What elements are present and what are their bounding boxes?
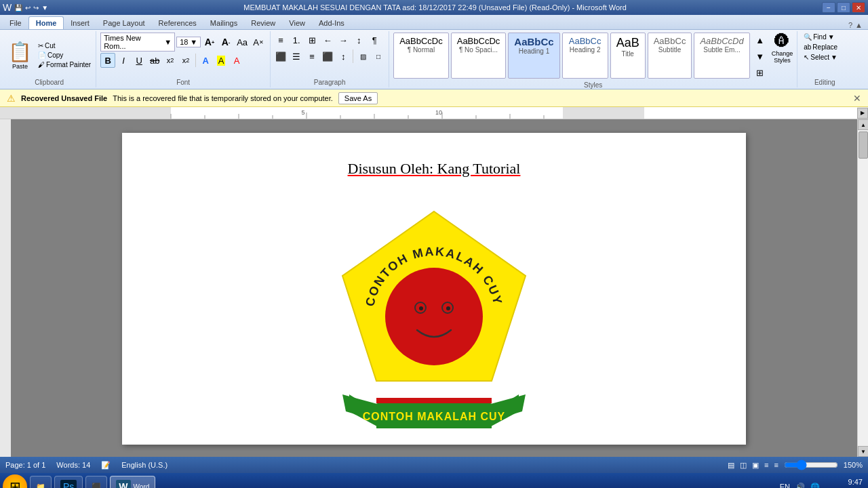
font-family-row: Times New Rom...▼ 18▼ A+ A- Aa A✕ [100,33,266,52]
quick-redo[interactable]: ↪ [33,4,39,12]
paragraph-row1: ≡ 1. ⊞ ← → ↕ ¶ [273,33,386,47]
tab-insert[interactable]: Insert [64,17,96,29]
quick-more[interactable]: ▼ [41,4,48,12]
find-button[interactable]: 🔍 Find ▼ [802,33,848,41]
styles-scroll-buttons: ▲ ▼ ⊞ [753,33,768,80]
paste-button[interactable]: 📋 Paste [5,39,35,71]
align-left-button[interactable]: ⬛ [273,49,288,64]
status-right: ▤ ◫ ▣ ≡ ≡ 150% [728,461,863,470]
scroll-down-button[interactable]: ▼ [858,446,868,457]
minimize-button[interactable]: − [822,2,835,13]
styles-scroll-down[interactable]: ▼ [753,49,768,64]
style-heading2[interactable]: AaBbCc Heading 2 [562,33,608,79]
style-no-spacing[interactable]: AaBbCcDc ¶ No Spaci... [451,33,507,79]
taskbar: ⊞ 📁 Ps ⬛ W Word EN 🔊 🌐 9:47 19/12/2017 [0,473,868,488]
strikethrough-button[interactable]: ab [147,53,162,68]
tab-references[interactable]: References [152,17,203,29]
tab-mailings[interactable]: Mailings [203,17,244,29]
styles-more[interactable]: ⊞ [753,65,768,80]
font-grow-button[interactable]: A+ [202,35,217,49]
app3-icon: ⬛ [92,483,101,489]
line-spacing-button[interactable]: ↕ [336,49,351,64]
italic-button[interactable]: I [116,53,131,68]
tab-view[interactable]: View [282,17,312,29]
font-color-button[interactable]: A [229,53,244,68]
border-button[interactable]: □ [371,49,386,64]
superscript-button[interactable]: x2 [178,53,193,68]
tab-addins[interactable]: Add-Ins [312,17,351,29]
start-button[interactable]: ⊞ [3,474,27,488]
view-normal-button[interactable]: ▤ [728,461,734,470]
tab-file[interactable]: File [3,17,28,29]
document-logo: CONTOH MAKALAH CUY [163,198,705,428]
style-normal[interactable]: AaBbCcDc ¶ Normal [393,33,449,79]
cut-button[interactable]: ✂ Cut [36,41,93,50]
font-clear-button[interactable]: A✕ [251,35,266,49]
scrollbar-vertical[interactable]: ▲ ▼ [857,119,868,457]
paragraph-row2: ⬛ ☰ ≡ ⬛ ↕ ▨ □ [273,49,386,64]
notification-close[interactable]: ✕ [853,93,861,104]
word-taskbar-label: Word [134,483,150,489]
view-outline-button[interactable]: ≡ [764,461,768,469]
font-size-selector[interactable]: 18▼ [176,37,201,47]
sort-button[interactable]: ↕ [351,33,366,47]
zoom-slider[interactable] [784,462,838,468]
ribbon-collapse[interactable]: ▲ [855,21,863,29]
taskbar-word[interactable]: W Word [110,476,155,488]
justify-button[interactable]: ⬛ [320,49,335,64]
copy-button[interactable]: 📄 Copy [36,51,93,60]
select-button[interactable]: ↖ Select ▼ [802,53,848,62]
bold-button[interactable]: B [100,53,115,68]
help-icon[interactable]: ? [848,21,852,29]
underline-button[interactable]: U [132,53,146,68]
taskbar-explorer[interactable]: 📁 [30,476,52,488]
ruler: 5 10 ▶ [0,107,868,119]
styles-scroll-up[interactable]: ▲ [753,33,768,47]
maximize-button[interactable]: □ [837,2,850,13]
multilevel-button[interactable]: ⊞ [304,33,319,47]
numbering-button[interactable]: 1. [289,33,304,47]
view-web-button[interactable]: ◫ [740,461,747,470]
ruler-scroll-right[interactable]: ▶ [857,108,868,119]
shading-button[interactable]: ▨ [355,49,370,64]
close-button[interactable]: ✕ [852,2,865,13]
quick-save[interactable]: 💾 [14,4,22,12]
tab-home[interactable]: Home [28,16,64,29]
text-effects-button[interactable]: A [198,53,213,68]
decrease-indent-button[interactable]: ← [320,33,335,47]
bullets-button[interactable]: ≡ [273,33,288,47]
replace-button[interactable]: ab Replace [802,43,848,52]
taskbar-photoshop[interactable]: Ps [54,476,83,488]
tab-page-layout[interactable]: Page Layout [96,17,152,29]
change-styles-label[interactable]: ChangeStyles [772,50,793,64]
document-page: Disusun Oleh: Kang Tutorial [122,133,746,445]
scroll-thumb[interactable] [859,131,868,159]
increase-indent-button[interactable]: → [336,33,351,47]
scroll-up-button[interactable]: ▲ [858,119,868,130]
font-family-selector[interactable]: Times New Rom...▼ [100,33,175,52]
align-right-button[interactable]: ≡ [304,49,319,64]
style-subtitle[interactable]: AaBbCc Subtitle [648,33,692,79]
highlight-button[interactable]: A [214,53,229,68]
align-center-button[interactable]: ☰ [289,49,304,64]
document-container: Disusun Oleh: Kang Tutorial [11,119,857,457]
show-marks-button[interactable]: ¶ [367,33,382,47]
save-as-button[interactable]: Save As [338,92,378,104]
font-case-button[interactable]: Aa [235,35,250,49]
style-title[interactable]: AaB Title [610,33,646,79]
style-subtle-em[interactable]: AaBbCcDd Subtle Em... [694,33,749,79]
find-icon: 🔍 [804,33,812,41]
tab-review[interactable]: Review [244,17,282,29]
subscript-button[interactable]: x2 [163,53,178,68]
view-print-button[interactable]: ▣ [752,461,759,470]
font-shrink-button[interactable]: A- [218,35,233,49]
format-painter-button[interactable]: 🖌 Format Painter [36,60,93,69]
lang-indicator: EN [780,483,790,488]
style-heading1[interactable]: AaBbCc Heading 1 [508,33,559,79]
view-draft-button[interactable]: ≡ [774,461,778,469]
volume-icon[interactable]: 🔊 [795,483,805,489]
taskbar-right: EN 🔊 🌐 9:47 19/12/2017 [780,477,865,488]
quick-undo[interactable]: ↩ [25,4,31,12]
change-styles-icon[interactable]: 🅐 [774,33,789,50]
taskbar-app3[interactable]: ⬛ [85,476,107,488]
